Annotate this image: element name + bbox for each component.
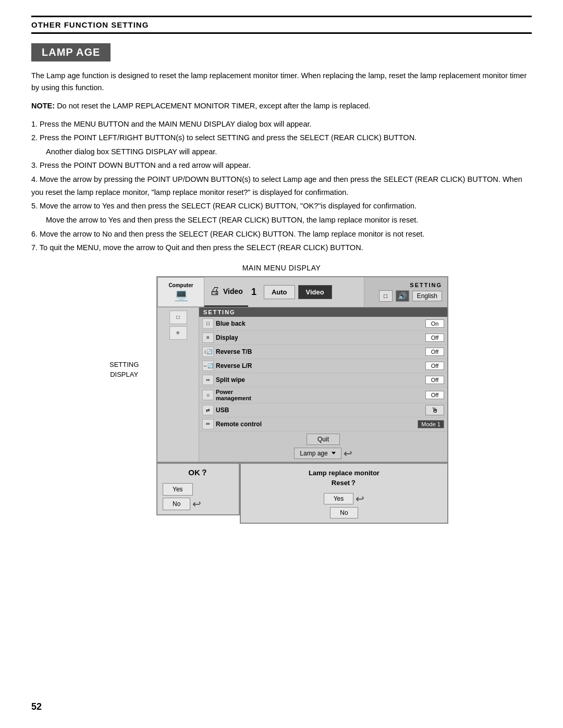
page-container: OTHER FUNCTION SETTING LAMP AGE The Lamp… xyxy=(0,0,563,728)
reversetb-icon: ↕🔄 xyxy=(202,347,214,357)
splitwipe-value: Off xyxy=(425,376,444,384)
auto-button[interactable]: Auto xyxy=(264,285,295,299)
dropdown-arrow-icon xyxy=(332,452,336,454)
step-7: 7. To quit the MENU, move the arrow to Q… xyxy=(31,241,532,254)
setting-row-display: ≡ Display Off xyxy=(199,331,447,345)
lamp-return-icon: ↩ xyxy=(356,492,364,505)
ok-no-row: No ↩ xyxy=(163,498,234,510)
display-icon: ≡ xyxy=(202,332,214,343)
control-buttons: Auto Video xyxy=(260,277,336,307)
video-tab-label: Video xyxy=(223,287,243,295)
blueback-icon: □ xyxy=(202,318,214,329)
remote-icon: ✏ xyxy=(202,419,214,429)
setting-row-blueback: □ Blue back On xyxy=(199,317,447,331)
usb-label: USB xyxy=(216,406,423,414)
lamp-no-button[interactable]: No xyxy=(330,507,358,519)
lamp-yes-row: Yes ↩ xyxy=(246,492,442,505)
step-2: 2. Press the POINT LEFT/RIGHT BUTTON(s) … xyxy=(31,131,532,144)
usb-value: 🖱 xyxy=(425,405,444,415)
remote-label: Remote control xyxy=(216,421,415,428)
menu-left-icons: □ ≡ xyxy=(157,307,199,462)
lamp-age-row: Lamp age ↩ xyxy=(294,447,352,460)
section-header: OTHER FUNCTION SETTING xyxy=(31,16,532,34)
reversetb-value: Off xyxy=(425,348,444,356)
ok-dialog: OK？ Yes No ↩ xyxy=(156,463,240,515)
page-number: 52 xyxy=(31,701,42,712)
remote-value: Mode 1 xyxy=(418,420,444,428)
display-label: Display xyxy=(216,334,423,341)
ok-yes-row: Yes xyxy=(163,483,234,496)
setting-row-reverselr: ↔🔄 Reverse L/R Off xyxy=(199,359,447,373)
splitwipe-label: Split wipe xyxy=(216,376,423,384)
setting-row-usb: ⇄ USB 🖱 xyxy=(199,403,447,417)
setting-label: SETTING xyxy=(410,282,442,288)
reversetb-label: Reverse T/B xyxy=(216,348,423,355)
step-5b: Move the arrow to Yes and then press the… xyxy=(31,214,532,227)
left-icon-2: ≡ xyxy=(169,326,187,340)
computer-tab[interactable]: Computer 💻 xyxy=(157,277,204,307)
setting-icons-row: □ 🔊 English xyxy=(379,290,442,302)
setting-row-power: ☼ Powermanagement Off xyxy=(199,387,447,403)
power-icon: ☼ xyxy=(202,390,214,400)
setting-icon-2: 🔊 xyxy=(396,290,409,302)
english-button[interactable]: English xyxy=(412,291,442,301)
menu-number: 1 xyxy=(251,287,256,298)
display-value: Off xyxy=(425,334,444,342)
step-4: 4. Move the arrow by pressing the POINT … xyxy=(31,173,532,199)
bottom-dialogs-row: OK？ Yes No ↩ Lamp replace monitor Reset？ xyxy=(156,463,448,524)
ok-return-icon: ↩ xyxy=(192,498,201,510)
section-header-title: OTHER FUNCTION SETTING xyxy=(31,20,149,29)
lamp-no-row: No xyxy=(246,507,442,519)
ok-yes-button[interactable]: Yes xyxy=(163,483,193,496)
lamp-age-button[interactable]: Lamp age xyxy=(294,448,341,459)
lamp-dialog-title: Lamp replace monitor Reset？ xyxy=(246,468,442,488)
bottom-buttons: Quit Lamp age ↩ xyxy=(199,431,447,462)
setting-display-label: SETTINGDISPLAY xyxy=(109,360,139,380)
return-arrow-icon: ↩ xyxy=(344,447,352,460)
setting-row-reversetb: ↕🔄 Reverse T/B Off xyxy=(199,345,447,359)
note-text: NOTE: Do not reset the LAMP REPLACEMENT … xyxy=(31,100,532,112)
lamp-yes-button[interactable]: Yes xyxy=(324,493,354,504)
computer-icon: 💻 xyxy=(174,288,188,302)
right-setting-panel: SETTING □ Blue back On ≡ Display Off xyxy=(199,307,447,462)
usb-icon: ⇄ xyxy=(202,405,214,415)
lamp-age-title: LAMP AGE xyxy=(42,46,100,58)
setting-row-splitwipe: ⇔ Split wipe Off xyxy=(199,373,447,387)
diagram-section: MAIN MENU DISPLAY SETTINGDISPLAY Compute… xyxy=(31,264,532,524)
lamp-age-btn-label: Lamp age xyxy=(300,450,327,457)
note-content: Do not reset the LAMP REPLACEMENT MONITO… xyxy=(57,102,371,110)
step-6: 6. Move the arrow to No and then press t… xyxy=(31,228,532,241)
setting-row-remote: ✏ Remote control Mode 1 xyxy=(199,417,447,431)
power-label: Powermanagement xyxy=(216,389,423,401)
lamp-dialog-title-text: Lamp replace monitor Reset？ xyxy=(309,469,380,487)
computer-tab-label: Computer xyxy=(168,282,193,288)
lamp-dialog: Lamp replace monitor Reset？ Yes ↩ No xyxy=(240,463,448,524)
left-icon-1: □ xyxy=(169,311,187,324)
step-2b: Another dialog box SETTING DISPLAY will … xyxy=(31,145,532,158)
splitwipe-icon: ⇔ xyxy=(202,375,214,385)
video-tab[interactable]: 🖨 Video xyxy=(204,277,248,307)
menu-tab-row: Computer 💻 🖨 Video 1 Auto xyxy=(157,277,447,307)
step-1: 1. Press the MENU BUTTON and the MAIN ME… xyxy=(31,118,532,131)
step-3: 3. Press the POINT DOWN BUTTON and a red… xyxy=(31,159,532,172)
step-5: 5. Move the arrow to Yes and then press … xyxy=(31,200,532,213)
steps-list: 1. Press the MENU BUTTON and the MAIN ME… xyxy=(31,118,532,254)
setting-icon-1: □ xyxy=(379,290,393,302)
reverselr-label: Reverse L/R xyxy=(216,362,423,369)
setting-top-panel: SETTING □ 🔊 English xyxy=(364,277,447,307)
reverselr-value: Off xyxy=(425,362,444,370)
menu-body: □ ≡ SETTING □ Blue back On xyxy=(157,307,447,462)
video-button[interactable]: Video xyxy=(298,285,332,299)
number-badge: 1 xyxy=(248,277,260,307)
setting-header: SETTING xyxy=(199,307,447,317)
blueback-label: Blue back xyxy=(216,320,423,327)
blueback-value: On xyxy=(425,319,444,328)
video-icon: 🖨 xyxy=(210,285,220,297)
ok-no-button[interactable]: No xyxy=(163,498,190,510)
diagram-title: MAIN MENU DISPLAY xyxy=(242,264,321,272)
lamp-age-title-box: LAMP AGE xyxy=(31,43,111,61)
ok-dialog-title: OK？ xyxy=(163,468,234,478)
reverselr-icon: ↔🔄 xyxy=(202,361,214,371)
quit-button[interactable]: Quit xyxy=(307,434,340,445)
main-menu-display: Computer 💻 🖨 Video 1 Auto xyxy=(156,276,448,463)
